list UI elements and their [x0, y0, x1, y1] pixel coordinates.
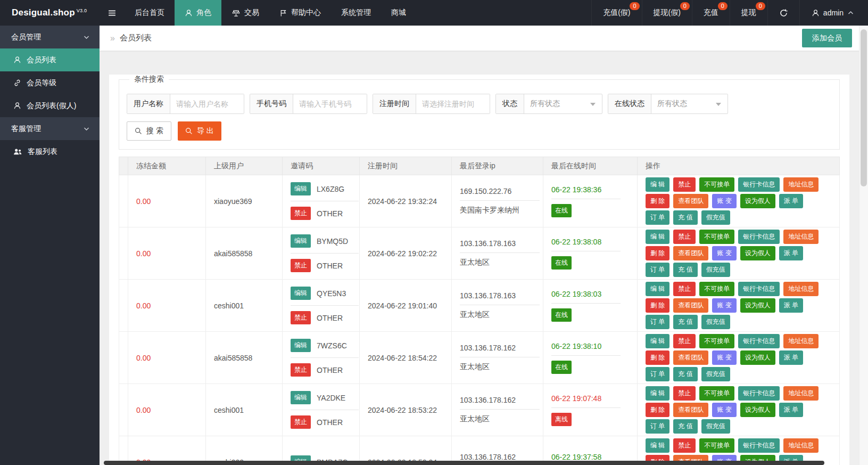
action-button-dispatch[interactable]: 派 单	[779, 194, 803, 208]
action-button-delete[interactable]: 删 除	[646, 246, 669, 260]
recharge-button[interactable]: 充值 0	[692, 0, 730, 26]
action-button-edit[interactable]: 编 辑	[646, 334, 669, 348]
ban-badge-button[interactable]: 禁止	[291, 311, 311, 324]
action-button-fake-recharge[interactable]: 假充值	[701, 315, 730, 329]
action-button-orders[interactable]: 订 单	[646, 263, 669, 277]
nav-item-system[interactable]: 系统管理	[331, 0, 381, 26]
action-button-dispatch[interactable]: 派 单	[779, 350, 803, 365]
export-button[interactable]: 导 出	[178, 121, 221, 141]
withdraw-button[interactable]: 提现 0	[730, 0, 767, 26]
ban-badge-button[interactable]: 禁止	[291, 259, 311, 272]
action-button-balance-change[interactable]: 账 变	[712, 350, 736, 365]
action-button-bank-card-info[interactable]: 银行卡信息	[738, 282, 780, 296]
action-button-edit[interactable]: 编 辑	[646, 438, 669, 453]
action-button-orders[interactable]: 订 单	[646, 210, 669, 225]
nav-item-transactions[interactable]: 交易	[221, 0, 269, 26]
action-button-view-team[interactable]: 查看团队	[673, 403, 708, 417]
action-button-no-order[interactable]: 不可接单	[699, 177, 734, 192]
action-button-set-fake[interactable]: 设为假人	[740, 350, 775, 365]
action-button-set-fake[interactable]: 设为假人	[740, 403, 775, 417]
action-button-balance-change[interactable]: 账 变	[712, 246, 736, 260]
action-button-no-order[interactable]: 不可接单	[699, 438, 734, 453]
action-button-balance-change[interactable]: 账 变	[712, 403, 736, 417]
vertical-scrollbar-thumb[interactable]	[861, 29, 867, 186]
nav-item-roles[interactable]: 角色	[175, 0, 221, 26]
action-button-address-info[interactable]: 地址信息	[783, 230, 819, 244]
action-button-delete[interactable]: 删 除	[646, 403, 669, 417]
action-button-bank-card-info[interactable]: 银行卡信息	[738, 334, 780, 348]
horizontal-scrollbar-thumb[interactable]	[104, 461, 824, 465]
collapse-menu-button[interactable]	[100, 0, 125, 26]
action-button-no-order[interactable]: 不可接单	[699, 386, 734, 401]
action-button-view-team[interactable]: 查看团队	[673, 246, 708, 260]
action-button-no-order[interactable]: 不可接单	[699, 282, 734, 296]
vertical-scrollbar[interactable]	[859, 26, 868, 465]
phone-input[interactable]	[293, 94, 367, 113]
sidebar-group-service-management[interactable]: 客服管理	[0, 117, 100, 140]
action-button-set-fake[interactable]: 设为假人	[740, 298, 775, 313]
ban-badge-button[interactable]: 禁止	[291, 207, 311, 220]
ban-badge-button[interactable]: 禁止	[291, 415, 311, 429]
admin-menu[interactable]: admin	[799, 0, 868, 26]
action-button-delete[interactable]: 删 除	[646, 298, 669, 313]
action-button-dispatch[interactable]: 派 单	[779, 246, 803, 260]
action-button-view-team[interactable]: 查看团队	[673, 194, 708, 208]
action-button-delete[interactable]: 删 除	[646, 350, 669, 365]
action-button-delete[interactable]: 删 除	[646, 194, 669, 208]
action-button-ban[interactable]: 禁止	[673, 438, 696, 453]
search-button[interactable]: 搜 索	[127, 121, 171, 141]
nav-item-dashboard[interactable]: 后台首页	[125, 0, 175, 26]
action-button-view-team[interactable]: 查看团队	[673, 298, 708, 313]
action-button-address-info[interactable]: 地址信息	[783, 177, 819, 192]
action-button-dispatch[interactable]: 派 单	[779, 403, 803, 417]
add-member-button[interactable]: 添加会员	[802, 29, 852, 47]
action-button-fake-recharge[interactable]: 假充值	[701, 263, 730, 277]
nav-item-mall[interactable]: 商城	[381, 0, 416, 26]
action-button-address-info[interactable]: 地址信息	[783, 334, 819, 348]
recharge-fake-button[interactable]: 充值(假) 0	[591, 0, 641, 26]
ban-badge-button[interactable]: 禁止	[291, 363, 311, 377]
action-button-bank-card-info[interactable]: 银行卡信息	[738, 177, 780, 192]
action-button-ban[interactable]: 禁止	[673, 282, 696, 296]
action-button-edit[interactable]: 编 辑	[646, 230, 669, 244]
sidebar-group-member-management[interactable]: 会员管理	[0, 26, 100, 48]
action-button-recharge[interactable]: 充 值	[673, 210, 697, 225]
action-button-orders[interactable]: 订 单	[646, 419, 669, 434]
sidebar-item-member-list-fake[interactable]: 会员列表(假人)	[0, 94, 100, 117]
action-button-edit[interactable]: 编 辑	[646, 177, 669, 192]
action-button-edit[interactable]: 编 辑	[646, 282, 669, 296]
withdraw-fake-button[interactable]: 提现(假) 0	[642, 0, 692, 26]
action-button-set-fake[interactable]: 设为假人	[740, 246, 775, 260]
action-button-ban[interactable]: 禁止	[673, 230, 696, 244]
status-select[interactable]: 所有状态	[524, 94, 602, 113]
sidebar-item-member-list[interactable]: 会员列表	[0, 48, 100, 71]
action-button-view-team[interactable]: 查看团队	[673, 350, 708, 365]
username-input[interactable]	[170, 94, 244, 113]
register-time-input[interactable]	[416, 94, 490, 113]
action-button-bank-card-info[interactable]: 银行卡信息	[738, 386, 780, 401]
action-button-balance-change[interactable]: 账 变	[712, 298, 736, 313]
action-button-orders[interactable]: 订 单	[646, 315, 669, 329]
action-button-bank-card-info[interactable]: 银行卡信息	[738, 438, 780, 453]
action-button-dispatch[interactable]: 派 单	[779, 298, 803, 313]
sidebar-item-member-level[interactable]: 会员等级	[0, 71, 100, 94]
action-button-fake-recharge[interactable]: 假充值	[701, 210, 730, 225]
action-button-ban[interactable]: 禁止	[673, 177, 696, 192]
action-button-address-info[interactable]: 地址信息	[783, 438, 819, 453]
action-button-fake-recharge[interactable]: 假充值	[701, 419, 730, 434]
action-button-no-order[interactable]: 不可接单	[699, 230, 734, 244]
nav-item-help-center[interactable]: 帮助中心	[269, 0, 331, 26]
action-button-no-order[interactable]: 不可接单	[699, 334, 734, 348]
edit-badge-button[interactable]: 编辑	[291, 391, 311, 404]
action-button-recharge[interactable]: 充 值	[673, 263, 697, 277]
edit-badge-button[interactable]: 编辑	[291, 234, 311, 248]
action-button-address-info[interactable]: 地址信息	[783, 386, 819, 401]
refresh-button[interactable]	[767, 0, 799, 26]
action-button-address-info[interactable]: 地址信息	[783, 282, 819, 296]
action-button-recharge[interactable]: 充 值	[673, 315, 697, 329]
action-button-set-fake[interactable]: 设为假人	[740, 194, 775, 208]
edit-badge-button[interactable]: 编辑	[291, 182, 311, 195]
edit-badge-button[interactable]: 编辑	[291, 287, 311, 300]
sidebar-item-service-list[interactable]: 客服列表	[0, 140, 100, 163]
action-button-orders[interactable]: 订 单	[646, 367, 669, 381]
